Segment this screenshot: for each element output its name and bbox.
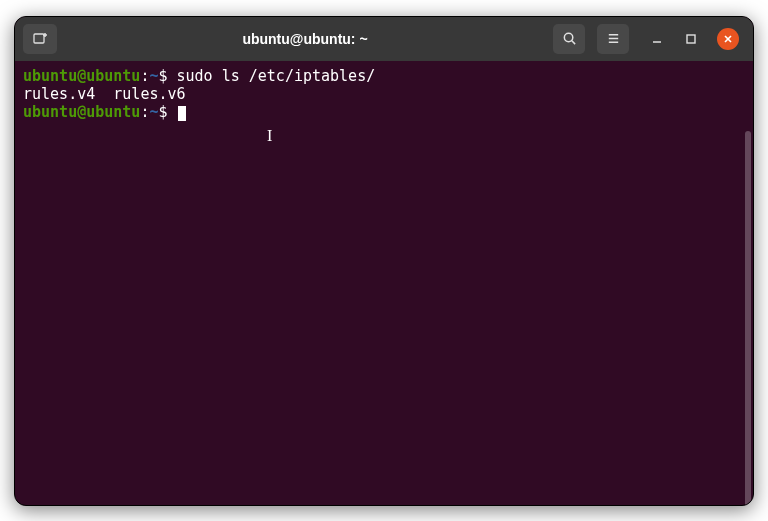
scrollbar[interactable] — [745, 131, 751, 506]
terminal-body[interactable]: ubuntu@ubuntu:~$ sudo ls /etc/iptables/ … — [15, 61, 753, 505]
text-cursor-block — [178, 106, 186, 121]
maximize-icon — [685, 33, 697, 45]
new-tab-icon — [32, 31, 48, 47]
svg-point-3 — [564, 33, 572, 41]
svg-rect-9 — [687, 35, 695, 43]
close-button[interactable] — [717, 28, 739, 50]
prompt-user: ubuntu@ubuntu — [23, 103, 140, 121]
window-controls — [649, 28, 739, 50]
prompt-dollar: $ — [158, 103, 176, 121]
terminal-window: ubuntu@ubuntu: ~ — [14, 16, 754, 506]
command-text: sudo ls /etc/iptables/ — [177, 67, 376, 85]
search-button[interactable] — [553, 24, 585, 54]
close-icon — [723, 34, 733, 44]
minimize-button[interactable] — [649, 31, 665, 47]
titlebar-right — [553, 24, 745, 54]
menu-button[interactable] — [597, 24, 629, 54]
titlebar-left — [23, 24, 57, 54]
terminal-line: ubuntu@ubuntu:~$ sudo ls /etc/iptables/ — [23, 67, 745, 85]
terminal-line: rules.v4 rules.v6 — [23, 85, 745, 103]
prompt-dollar: $ — [158, 67, 176, 85]
prompt-user: ubuntu@ubuntu — [23, 67, 140, 85]
svg-rect-0 — [34, 34, 44, 43]
ibeam-cursor-icon: I — [267, 127, 272, 145]
output-text: rules.v4 rules.v6 — [23, 85, 186, 103]
titlebar: ubuntu@ubuntu: ~ — [15, 17, 753, 61]
svg-line-4 — [571, 41, 574, 44]
terminal-line: ubuntu@ubuntu:~$ — [23, 103, 745, 121]
new-tab-button[interactable] — [23, 24, 57, 54]
window-title: ubuntu@ubuntu: ~ — [65, 31, 545, 47]
hamburger-icon — [606, 31, 621, 46]
minimize-icon — [651, 33, 663, 45]
search-icon — [562, 31, 577, 46]
maximize-button[interactable] — [683, 31, 699, 47]
